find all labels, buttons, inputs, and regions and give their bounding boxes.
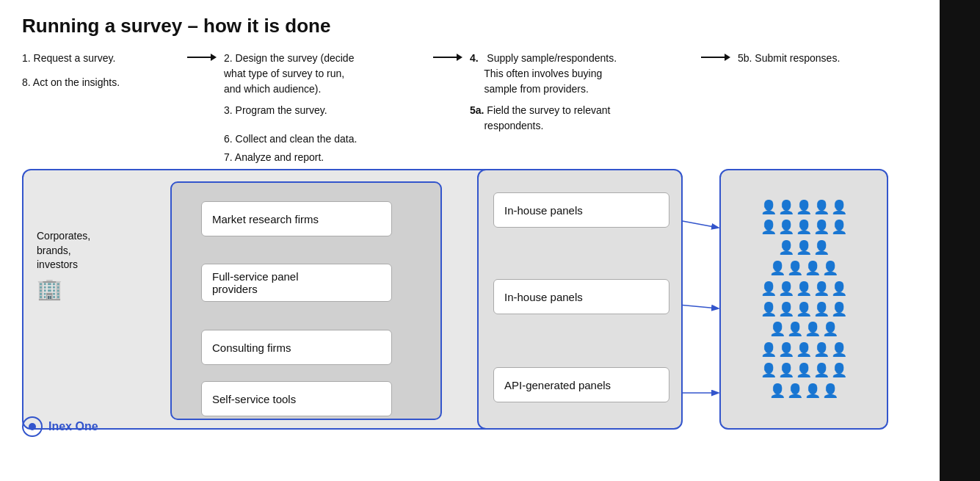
person-group-7: 👤 👤 👤 👤 — [769, 322, 838, 337]
person-icon: 👤 — [831, 364, 847, 378]
panels-box: In-house panels In-house panels API-gene… — [477, 169, 683, 430]
person-icon: 👤 — [822, 322, 838, 337]
page-title: Running a survey – how it is done — [22, 15, 918, 37]
person-icon: 👤 — [805, 384, 821, 399]
step-5a-text: 5a. Field the survey to relevant respond… — [470, 103, 697, 134]
main-container: Running a survey – how it is done 1. Req… — [0, 0, 940, 448]
person-icon: 👤 — [796, 282, 812, 297]
person-icon: 👤 — [778, 364, 794, 378]
step-col-4: 5b. Submit responses. — [738, 51, 885, 66]
person-icon: 👤 — [778, 303, 794, 317]
person-icon: 👤 — [761, 303, 777, 317]
logo-circle — [22, 416, 43, 437]
person-icon: 👤 — [761, 364, 777, 378]
person-icon: 👤 — [778, 282, 794, 297]
person-group-5: 👤 👤 👤 👤 👤 — [761, 282, 847, 297]
step-7-text: 7. Analyze and report. — [224, 150, 429, 165]
person-icon: 👤 — [813, 364, 830, 378]
diagram-section: Corporates,brands,investors 🏢 Market res… — [22, 169, 925, 433]
person-icon: 👤 — [796, 241, 812, 256]
person-icon: 👤 — [787, 261, 803, 276]
person-icon: 👤 — [778, 241, 794, 256]
person-icon: 👤 — [796, 364, 812, 378]
person-group-8: 👤 👤 👤 👤 👤 — [761, 343, 847, 358]
person-icon: 👤 — [831, 220, 847, 235]
person-icon: 👤 — [813, 282, 830, 297]
person-icon: 👤 — [813, 220, 830, 235]
person-icon: 👤 — [778, 220, 794, 235]
person-icon: 👤 — [805, 261, 821, 276]
corporates-box: Corporates,brands,investors 🏢 — [37, 229, 125, 301]
corporates-label: Corporates,brands,investors — [37, 229, 125, 272]
step-2-text: 2. Design the survey (decidewhat type of… — [224, 51, 429, 97]
person-group-4: 👤 👤 👤 👤 — [769, 261, 838, 276]
person-icon: 👤 — [787, 384, 803, 399]
firms-box: Market research firms Full-service panel… — [170, 181, 442, 420]
person-icon: 👤 — [787, 322, 803, 337]
step-5b-text: 5b. Submit responses. — [738, 51, 885, 66]
logo-inner-dot — [29, 423, 36, 430]
arrow-1-2 — [184, 51, 224, 62]
step-col-3: 4. Supply sample/respondents. This often… — [470, 51, 697, 134]
person-icon: 👤 — [761, 343, 777, 358]
panel-api-generated: API-generated panels — [493, 367, 669, 402]
black-bar-decoration — [940, 0, 980, 481]
person-icon: 👤 — [822, 384, 838, 399]
arrow-2-3 — [429, 51, 470, 62]
person-icon: 👤 — [831, 200, 847, 215]
person-icon: 👤 — [769, 322, 785, 337]
person-group-6: 👤 👤 👤 👤 👤 — [761, 303, 847, 317]
steps-section: 1. Request a survey. 8. Act on the insig… — [22, 51, 918, 165]
step-col-1: 1. Request a survey. 8. Act on the insig… — [22, 51, 184, 90]
person-icon: 👤 — [796, 200, 812, 215]
person-group-2: 👤 👤 👤 👤 👤 — [761, 220, 847, 235]
building-icon: 🏢 — [37, 277, 125, 301]
person-icon: 👤 — [761, 200, 777, 215]
step-3-text: 3. Program the survey. — [224, 103, 429, 118]
step-4-text: 4. Supply sample/respondents. This often… — [470, 51, 697, 97]
person-icon: 👤 — [778, 343, 794, 358]
person-icon: 👤 — [761, 220, 777, 235]
person-icon: 👤 — [796, 220, 812, 235]
person-group-1: 👤 👤 👤 👤 👤 — [761, 200, 847, 215]
logo-text: Inex One — [48, 420, 98, 433]
firm-full-service-panel: Full-service panelproviders — [201, 264, 392, 302]
step-6-text: 6. Collect and clean the data. — [224, 131, 429, 147]
person-group-9: 👤 👤 👤 👤 👤 — [761, 364, 847, 378]
person-icon: 👤 — [831, 282, 847, 297]
person-icon: 👤 — [813, 303, 830, 317]
firm-self-service: Self-service tools — [201, 381, 392, 416]
logo-brand-colored: One — [75, 420, 98, 433]
person-icon: 👤 — [813, 241, 830, 256]
step-1-text: 1. Request a survey. — [22, 51, 184, 66]
person-icon: 👤 — [796, 343, 812, 358]
person-icon: 👤 — [796, 303, 812, 317]
step-8-text: 8. Act on the insights. — [22, 75, 184, 90]
person-icon: 👤 — [831, 303, 847, 317]
person-icon: 👤 — [831, 343, 847, 358]
person-group-10: 👤 👤 👤 👤 — [769, 384, 838, 399]
step-col-2: 2. Design the survey (decidewhat type of… — [224, 51, 429, 165]
firm-market-research: Market research firms — [201, 201, 392, 236]
person-icon: 👤 — [778, 200, 794, 215]
respondents-box: 👤 👤 👤 👤 👤 👤 👤 👤 👤 👤 👤 👤 👤 👤 👤 — [719, 169, 888, 430]
person-icon: 👤 — [813, 343, 830, 358]
person-icon: 👤 — [769, 261, 785, 276]
logo-brand: Inex — [48, 420, 72, 433]
person-icon: 👤 — [813, 200, 830, 215]
person-icon: 👤 — [761, 282, 777, 297]
panel-inhouse-1: In-house panels — [493, 192, 669, 228]
person-icon: 👤 — [805, 322, 821, 337]
person-group-3: 👤 👤 👤 — [778, 241, 830, 256]
firm-consulting: Consulting firms — [201, 330, 392, 365]
panel-inhouse-2: In-house panels — [493, 279, 669, 314]
person-icon: 👤 — [769, 384, 785, 399]
logo-section: Inex One — [22, 416, 98, 437]
arrow-3-4 — [697, 51, 738, 62]
person-icon: 👤 — [822, 261, 838, 276]
